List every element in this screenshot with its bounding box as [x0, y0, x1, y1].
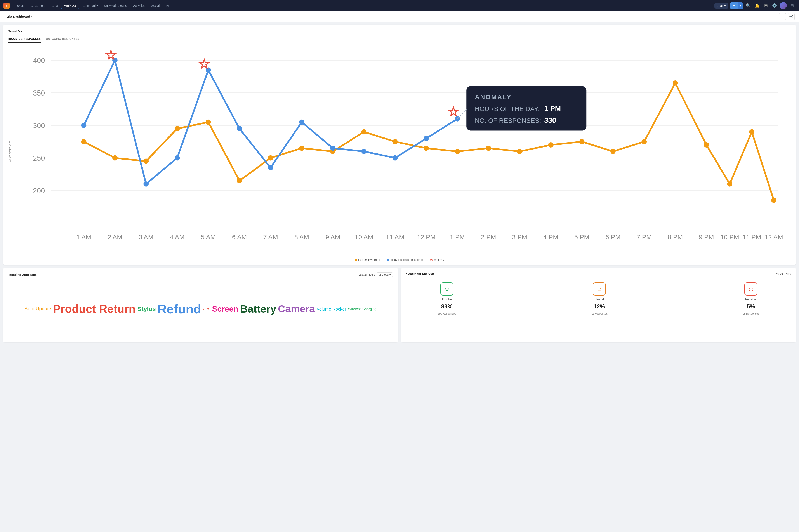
- svg-text:330: 330: [544, 116, 556, 125]
- legend-trend: Last 30 days Trend: [355, 258, 380, 261]
- svg-point-82: [445, 288, 446, 288]
- svg-point-70: [423, 136, 429, 141]
- svg-point-68: [361, 149, 367, 154]
- svg-point-66: [299, 119, 304, 125]
- tags-header-right: Last 24 Hours ⊞ Cloud ▾: [359, 272, 393, 277]
- nav-more[interactable]: ···: [173, 3, 180, 9]
- back-button[interactable]: ‹: [4, 15, 5, 19]
- word-cloud-item[interactable]: Screen: [212, 304, 238, 314]
- nav-tickets[interactable]: Tickets: [12, 3, 27, 9]
- y-axis-label: NO. OF RESPONSES: [8, 47, 13, 256]
- chat-button[interactable]: 💬: [788, 13, 795, 20]
- nav-social[interactable]: Social: [149, 3, 162, 9]
- word-cloud-item[interactable]: GPS: [203, 307, 210, 311]
- sentiment-neutral: Neutral 12% 42 Responses: [591, 282, 608, 315]
- search-icon[interactable]: 🔍: [745, 2, 752, 9]
- sentiment-time-label: Last 24 Hours: [774, 272, 791, 276]
- chart-area: 400 350 300 250 200 1 AM 2 AM 3 AM 4 AM …: [13, 47, 791, 256]
- svg-text:200: 200: [33, 187, 45, 194]
- add-button-dropdown[interactable]: ▾: [738, 2, 743, 9]
- app-logo[interactable]: Z: [3, 3, 9, 9]
- add-button[interactable]: +: [730, 2, 738, 9]
- page-title[interactable]: Zia Dashboard ▾: [7, 15, 32, 18]
- svg-point-56: [727, 182, 733, 187]
- positive-label: Positive: [442, 298, 452, 301]
- word-cloud-item[interactable]: Wireless Charging: [348, 307, 377, 311]
- notifications-icon[interactable]: 🔔: [754, 2, 761, 9]
- word-cloud-item[interactable]: Battery: [240, 303, 276, 316]
- svg-text:1 PM: 1 PM: [450, 233, 465, 241]
- zpad-selector[interactable]: zPad ▾: [715, 3, 729, 8]
- nav-chat[interactable]: Chat: [49, 3, 61, 9]
- word-cloud-item[interactable]: Auto Update: [24, 306, 51, 312]
- svg-point-35: [81, 139, 87, 144]
- svg-point-62: [175, 155, 180, 160]
- svg-point-39: [206, 119, 211, 125]
- tags-filter-button[interactable]: ⊞ Cloud ▾: [377, 272, 393, 277]
- svg-text:5 AM: 5 AM: [201, 233, 216, 241]
- negative-pct: 5%: [747, 303, 755, 310]
- tab-incoming[interactable]: INCOMING RESPONSES: [8, 36, 41, 43]
- settings-icon[interactable]: ⚙️: [771, 2, 778, 9]
- neutral-responses: 42 Responses: [591, 312, 608, 315]
- svg-text:9 PM: 9 PM: [699, 233, 714, 241]
- sentiment-card-title: Sentiment Analysis: [406, 272, 435, 276]
- nav-community[interactable]: Community: [80, 3, 100, 9]
- svg-point-37: [144, 159, 149, 164]
- trend-title: Trend Vs: [8, 29, 791, 33]
- svg-point-64: [237, 126, 242, 131]
- nav-knowledge-base[interactable]: Knowledge Base: [101, 3, 130, 9]
- main-nav: Z Tickets Customers Chat Analytics Commu…: [0, 0, 799, 11]
- chevron-down-icon: ▾: [389, 273, 391, 276]
- svg-point-49: [517, 149, 522, 154]
- svg-text:7 AM: 7 AM: [263, 233, 278, 241]
- svg-point-36: [112, 155, 118, 160]
- svg-point-51: [579, 139, 585, 144]
- grid-apps-icon[interactable]: ⊞: [788, 2, 796, 9]
- legend-incoming: Today's Incoming Responses: [386, 258, 424, 261]
- sentiment-negative: Negative 5% 18 Responses: [742, 282, 759, 315]
- more-options-button[interactable]: ···: [779, 13, 786, 20]
- word-cloud-item[interactable]: Refund: [157, 301, 201, 317]
- nav-activities[interactable]: Activities: [131, 3, 148, 9]
- svg-text:5 PM: 5 PM: [574, 233, 589, 241]
- svg-text:10 PM: 10 PM: [720, 233, 739, 241]
- trending-tags-card: Trending Auto Tags Last 24 Hours ⊞ Cloud…: [3, 268, 398, 342]
- neutral-label: Neutral: [595, 298, 604, 301]
- sentiment-grid: Positive 83% 290 Responses Neutral: [406, 282, 791, 315]
- svg-point-58: [771, 197, 777, 203]
- nav-customers[interactable]: Customers: [28, 3, 48, 9]
- negative-icon: [744, 282, 758, 296]
- svg-text:★: ★: [448, 105, 459, 118]
- nav-analytics[interactable]: Analytics: [61, 2, 79, 9]
- svg-point-53: [642, 139, 647, 144]
- svg-text:11 PM: 11 PM: [742, 233, 761, 241]
- svg-point-65: [268, 165, 273, 170]
- svg-point-42: [299, 146, 304, 151]
- svg-point-85: [600, 288, 601, 288]
- tab-outgoing[interactable]: OUTGOING RESPONSES: [46, 36, 79, 43]
- word-cloud-item[interactable]: Volume Rocker: [317, 306, 346, 312]
- gamepad-icon[interactable]: 🎮: [762, 2, 769, 9]
- negative-label: Negative: [745, 298, 756, 301]
- positive-responses: 290 Responses: [438, 312, 456, 315]
- svg-point-69: [393, 155, 398, 160]
- svg-text:8 AM: 8 AM: [294, 233, 309, 241]
- bottom-row: Trending Auto Tags Last 24 Hours ⊞ Cloud…: [3, 268, 796, 342]
- svg-text:HOURS OF THE DAY:: HOURS OF THE DAY:: [475, 105, 540, 112]
- svg-text:7 PM: 7 PM: [636, 233, 652, 241]
- positive-icon: [440, 282, 454, 296]
- nav-im[interactable]: IM: [163, 3, 172, 9]
- word-cloud-item[interactable]: Product Return: [53, 302, 135, 316]
- svg-point-88: [752, 288, 753, 288]
- svg-text:12 PM: 12 PM: [417, 233, 436, 241]
- svg-text:NO. OF RESPONSES:: NO. OF RESPONSES:: [475, 117, 541, 124]
- user-avatar[interactable]: [780, 2, 787, 9]
- word-cloud-item[interactable]: Camera: [278, 303, 315, 315]
- word-cloud-item[interactable]: Stylus: [137, 305, 156, 313]
- svg-text:ANOMALY: ANOMALY: [475, 93, 512, 100]
- svg-point-61: [144, 182, 149, 187]
- sentiment-card-header: Sentiment Analysis Last 24 Hours: [406, 272, 791, 276]
- title-dropdown-icon: ▾: [31, 15, 32, 18]
- svg-text:10 AM: 10 AM: [355, 233, 373, 241]
